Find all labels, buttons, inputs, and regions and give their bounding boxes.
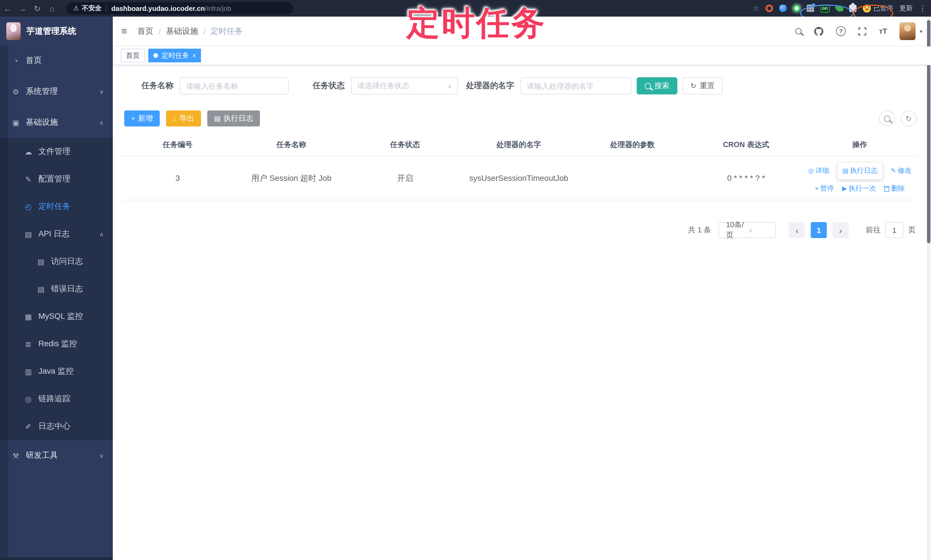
reset-button[interactable]: ↻ 重置 [683, 77, 723, 94]
handler-name-input[interactable] [521, 77, 632, 94]
page-1-button[interactable]: 1 [811, 222, 827, 238]
sidebar-item-access-log[interactable]: ▤ 访问日志 [0, 248, 113, 275]
sidebar-item-file[interactable]: ☁ 文件管理 [0, 138, 113, 165]
cloud-upload-icon: ☁ [24, 148, 32, 156]
divider [106, 5, 107, 12]
table-header: 任务编号 任务名称 任务状态 处理器的名字 处理器的参数 CRON 表达式 操作 [121, 134, 917, 156]
goto-page-input[interactable] [885, 222, 903, 238]
page-unit-label: 页 [908, 225, 916, 235]
pause-link[interactable]: × 暂停 [815, 183, 834, 194]
font-size-icon[interactable]: тT [879, 27, 887, 35]
tag-job[interactable]: 定时任务 × [148, 49, 201, 62]
breadcrumb-home[interactable]: 首页 [137, 26, 153, 36]
page-size-value: 10条/页 [726, 220, 748, 240]
app-logo[interactable]: 芋道管理系统 [0, 17, 113, 45]
sidebar: 芋道管理系统 ◔ 首页 ⚙ 系统管理 ∨ ▣ 基础设施 ∧ [0, 17, 113, 560]
help-icon[interactable]: ? [836, 26, 846, 36]
search-button-label: 搜索 [654, 81, 669, 91]
monitor-icon: ▣ [11, 118, 20, 127]
chrome-toolbar: ☆ on 已暂停 更新 ⋮ [746, 4, 931, 12]
run-once-link-label: 执行一次 [849, 183, 876, 194]
edit-link[interactable]: ✎ 修改 [891, 165, 911, 176]
exec-log-link[interactable]: ▤ 执行日志 [837, 162, 883, 180]
sidebar-item-log-center[interactable]: ✐ 日志中心 [0, 412, 113, 440]
sidebar-item-api-log[interactable]: ▤ API 日志 ∧ [0, 220, 113, 248]
task-status-select[interactable]: 请选择任务状态 ∨ [351, 77, 458, 94]
edit-icon: ✎ [24, 175, 32, 183]
sidebar-item-mysql[interactable]: ▦ MySQL 监控 [0, 303, 113, 330]
search-icon[interactable] [795, 28, 802, 34]
screen: ← → ↻ ⌂ ⚠ 不安全 dashboard.yudao.iocoder.cn… [0, 0, 931, 560]
profile-chip[interactable]: 已暂停 [863, 4, 893, 12]
bookmark-star-icon[interactable]: ☆ [752, 4, 759, 12]
breadcrumb-infra[interactable]: 基础设施 [166, 26, 198, 36]
update-button[interactable]: 更新 [900, 4, 913, 12]
sidebar-item-label: 研发工具 [26, 451, 58, 461]
pencil-icon: ✎ [891, 166, 896, 176]
play-icon: ▶ [842, 184, 847, 194]
toggle-search-button[interactable] [879, 111, 895, 126]
sidebar-item-error-log[interactable]: ▤ 错误日志 [0, 275, 113, 303]
browser-menu-icon[interactable]: ⋮ [919, 4, 926, 12]
prev-page-button[interactable]: ‹ [789, 222, 805, 238]
sidebar-item-label: Redis 监控 [39, 339, 77, 349]
sidebar-item-label: 首页 [26, 55, 42, 66]
github-icon[interactable] [814, 27, 823, 36]
table-toolbar: + 新增 ↓ 导出 ▤ 执行日志 ↻ [121, 111, 917, 126]
sidebar-item-system[interactable]: ⚙ 系统管理 ∨ [0, 76, 113, 107]
pencil-icon: ✐ [24, 422, 32, 431]
list-icon: ▤ [214, 114, 221, 123]
cell-job-status: 开启 [348, 172, 462, 185]
task-name-input[interactable] [180, 77, 288, 94]
sidebar-item-job[interactable]: ◴ 定时任务 [0, 193, 113, 220]
extensions-puzzle-icon[interactable] [849, 5, 856, 12]
extension-icon-blue[interactable] [779, 5, 786, 12]
on-badge[interactable]: on [820, 4, 829, 12]
active-dot [153, 53, 158, 58]
exec-log-button[interactable]: ▤ 执行日志 [207, 111, 260, 126]
sidebar-item-redis[interactable]: ≣ Redis 监控 [0, 330, 113, 358]
fullscreen-icon[interactable] [858, 27, 866, 35]
task-status-label: 任务状态 [313, 81, 345, 91]
page-size-select[interactable]: 10条/页 ∨ [718, 222, 776, 238]
address-bar[interactable]: ⚠ 不安全 dashboard.yudao.iocoder.cn /infra/… [66, 2, 293, 14]
page-scrollbar[interactable] [927, 17, 930, 560]
export-button[interactable]: ↓ 导出 [166, 111, 201, 126]
extension-icon-green[interactable] [793, 5, 800, 12]
extension-icon-orange[interactable] [765, 5, 773, 12]
sidebar-item-infra[interactable]: ▣ 基础设施 ∧ [0, 107, 113, 138]
user-menu[interactable]: ▾ [900, 22, 922, 40]
log-icon: ▤ [37, 257, 45, 266]
sidebar-item-config[interactable]: ✎ 配置管理 [0, 165, 113, 193]
next-page-button[interactable]: › [832, 222, 849, 238]
back-icon[interactable]: ← [0, 4, 15, 13]
log-icon: ▤ [37, 285, 45, 293]
sidebar-item-trace[interactable]: ◎ 链路追踪 [0, 385, 113, 412]
tag-home[interactable]: 首页 [121, 49, 145, 62]
run-once-link[interactable]: ▶ 执行一次 [842, 183, 876, 194]
sidebar-item-devtools[interactable]: ⚒ 研发工具 ∨ [0, 440, 113, 471]
detail-link[interactable]: ◎ 详细 [808, 165, 829, 176]
jobs-table: 任务编号 任务名称 任务状态 处理器的名字 处理器的参数 CRON 表达式 操作… [121, 134, 917, 200]
refresh-icon: ↻ [691, 82, 696, 90]
delete-link[interactable]: 删除 [884, 183, 905, 194]
fold-sidebar-icon[interactable]: ≡ [122, 25, 127, 37]
close-icon[interactable]: × [193, 52, 196, 59]
sidebar-bottom-strip [0, 557, 113, 560]
cell-actions: ◎ 详细 ▤ 执行日志 ✎ 修改 [803, 160, 917, 196]
extension-icon-leaf[interactable] [834, 4, 844, 13]
forward-icon[interactable]: → [15, 4, 30, 13]
home-icon[interactable]: ⌂ [45, 4, 60, 13]
add-button[interactable]: + 新增 [124, 111, 160, 126]
security-label[interactable]: 不安全 [82, 4, 102, 12]
extension-icon-grid[interactable] [806, 5, 814, 12]
col-job-status: 任务状态 [348, 140, 462, 150]
reload-icon[interactable]: ↻ [30, 4, 45, 13]
table-row: 3 用户 Session 超时 Job 开启 sysUserSessionTim… [121, 156, 917, 200]
sidebar-item-java[interactable]: ▥ Java 监控 [0, 358, 113, 385]
refresh-table-button[interactable]: ↻ [901, 111, 917, 126]
search-button[interactable]: 搜索 [637, 77, 677, 94]
app-title: 芋道管理系统 [26, 25, 76, 36]
sidebar-item-home[interactable]: ◔ 首页 [0, 45, 113, 76]
database-icon: ▦ [24, 312, 32, 321]
